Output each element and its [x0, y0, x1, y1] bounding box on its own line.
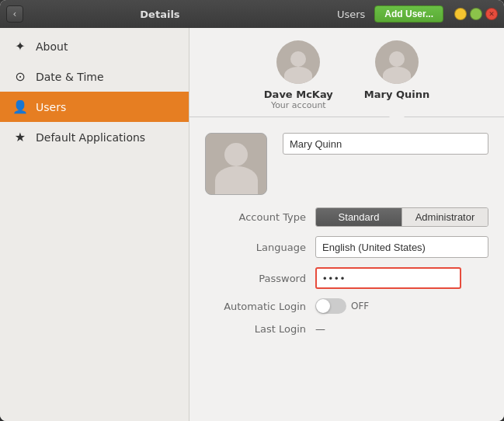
password-label: Password: [205, 273, 306, 284]
users-label: Users: [337, 9, 365, 20]
window-title: Details: [0, 9, 337, 20]
password-control: [315, 267, 488, 289]
toggle-knob: [316, 299, 330, 313]
user-item-mary[interactable]: Mary Quinn: [364, 40, 429, 117]
sidebar: ✦ About ⊙ Date & Time 👤 Users ★ Default …: [0, 28, 189, 421]
user-item-dave[interactable]: Dave McKay Your account: [264, 40, 333, 117]
detail-avatar-body: [215, 166, 258, 194]
language-control: English (United States): [315, 236, 488, 258]
dave-sub: Your account: [271, 100, 326, 110]
last-login-value: —: [315, 323, 325, 335]
sidebar-item-users-label: Users: [36, 101, 66, 113]
close-button[interactable]: ✕: [485, 8, 498, 20]
sidebar-item-datetime-label: Date & Time: [36, 71, 104, 83]
auto-login-row: Automatic Login OFF: [205, 298, 488, 314]
account-type-group: Standard Administrator: [315, 207, 488, 227]
window-controls: ✕: [454, 8, 498, 20]
user-detail-section: Account Type Standard Administrator Lang…: [189, 117, 504, 421]
users-icon: 👤: [12, 99, 28, 114]
sidebar-item-about[interactable]: ✦ About: [0, 31, 189, 61]
dave-avatar-head: [290, 51, 306, 67]
account-type-row: Account Type Standard Administrator: [205, 207, 488, 227]
account-type-control: Standard Administrator: [315, 207, 488, 227]
account-type-label: Account Type: [205, 211, 306, 223]
account-type-standard[interactable]: Standard: [316, 208, 402, 226]
mary-avatar: [375, 40, 419, 84]
default-apps-icon: ★: [12, 130, 28, 144]
password-input[interactable]: [315, 267, 461, 289]
main-window: ‹ Details Users Add User... ✕ ✦ About ⊙ …: [0, 0, 504, 421]
language-label: Language: [205, 242, 306, 253]
sidebar-item-default-apps-label: Default Applications: [36, 131, 145, 144]
mary-avatar-head: [389, 51, 405, 67]
sidebar-item-about-label: About: [36, 40, 68, 53]
dave-name: Dave McKay: [264, 89, 333, 100]
about-icon: ✦: [12, 39, 28, 54]
maximize-button[interactable]: [470, 8, 482, 20]
sidebar-item-datetime[interactable]: ⊙ Date & Time: [0, 61, 189, 92]
account-type-administrator[interactable]: Administrator: [402, 208, 488, 226]
datetime-icon: ⊙: [12, 69, 28, 84]
main-content: ✦ About ⊙ Date & Time 👤 Users ★ Default …: [0, 28, 504, 421]
mary-avatar-body: [383, 67, 411, 84]
last-login-label: Last Login: [205, 323, 306, 335]
titlebar-actions: Users Add User... ✕: [337, 5, 498, 23]
last-login-row: Last Login —: [205, 323, 488, 335]
content-area: Dave McKay Your account Mary Quinn: [189, 28, 504, 421]
name-row: [205, 133, 488, 195]
detail-avatar-head: [224, 143, 248, 166]
sidebar-item-users[interactable]: 👤 Users: [0, 92, 189, 122]
mary-name: Mary Quinn: [364, 89, 429, 100]
last-login-control: —: [315, 323, 488, 335]
minimize-button[interactable]: [454, 8, 467, 20]
username-input[interactable]: [283, 133, 488, 155]
dave-avatar: [276, 40, 320, 84]
add-user-button[interactable]: Add User...: [374, 5, 443, 23]
users-header: Dave McKay Your account Mary Quinn: [189, 28, 504, 117]
auto-login-label: Automatic Login: [205, 301, 306, 312]
dave-avatar-body: [284, 67, 312, 84]
language-select[interactable]: English (United States): [315, 236, 488, 258]
titlebar: ‹ Details Users Add User... ✕: [0, 0, 504, 28]
auto-login-state: OFF: [351, 301, 369, 311]
auto-login-toggle[interactable]: [315, 298, 346, 314]
sidebar-item-default-apps[interactable]: ★ Default Applications: [0, 122, 189, 152]
auto-login-control: OFF: [315, 298, 488, 314]
password-row: Password: [205, 267, 488, 289]
detail-avatar: [205, 133, 267, 195]
language-row: Language English (United States): [205, 236, 488, 258]
